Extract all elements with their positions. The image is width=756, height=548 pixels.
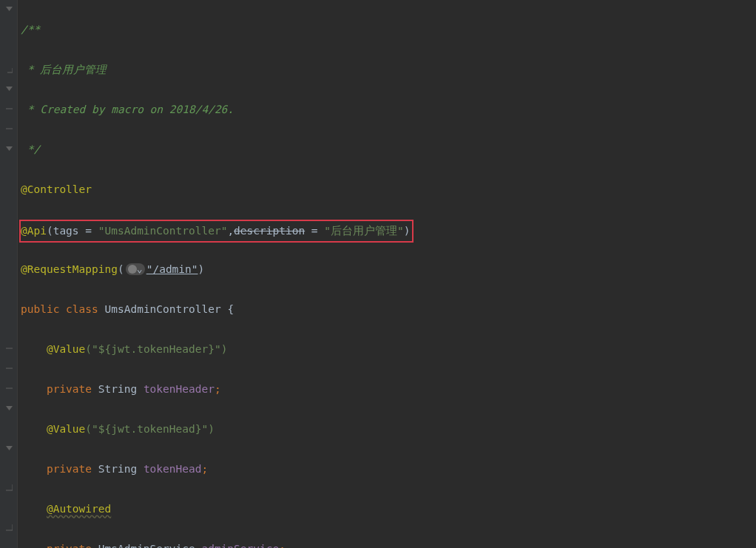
code-line: public class UmsAdminController { bbox=[21, 300, 756, 319]
fold-icon[interactable] bbox=[6, 105, 13, 112]
code-line: @Autowired bbox=[21, 499, 756, 519]
highlight-box: @Api(tags = "UmsAdminController",descrip… bbox=[19, 220, 414, 243]
code-line: private String tokenHeader; bbox=[21, 379, 756, 399]
doc-comment: * 后台用户管理 bbox=[21, 60, 756, 80]
fold-icon[interactable] bbox=[6, 365, 13, 371]
fold-icon[interactable] bbox=[6, 145, 13, 152]
doc-comment: /** bbox=[21, 20, 756, 40]
editor-gutter bbox=[0, 0, 18, 548]
url-globe-icon[interactable] bbox=[126, 263, 145, 275]
code-line-highlighted: @Api(tags = "UmsAdminController",descrip… bbox=[21, 220, 756, 240]
code-line: @Value("${jwt.tokenHeader}") bbox=[21, 339, 756, 359]
fold-icon[interactable] bbox=[6, 345, 13, 351]
fold-icon[interactable] bbox=[6, 524, 13, 531]
code-line: private UmsAdminService adminService; bbox=[21, 539, 756, 548]
fold-icon[interactable] bbox=[6, 405, 13, 411]
fold-icon[interactable] bbox=[6, 444, 13, 451]
code-editor[interactable]: /** * 后台用户管理 * Created by macro on 2018/… bbox=[18, 0, 756, 548]
code-line: private String tokenHead; bbox=[21, 459, 756, 479]
fold-icon[interactable] bbox=[6, 484, 13, 491]
fold-icon[interactable] bbox=[6, 385, 13, 391]
fold-icon[interactable] bbox=[6, 5, 13, 12]
code-line: @Value("${jwt.tokenHead}") bbox=[21, 419, 756, 439]
code-line: @Controller bbox=[21, 180, 756, 200]
fold-icon[interactable] bbox=[6, 67, 13, 73]
fold-icon[interactable] bbox=[6, 85, 13, 92]
doc-comment: */ bbox=[21, 140, 756, 160]
code-line: @RequestMapping("/admin") bbox=[21, 260, 756, 280]
fold-icon[interactable] bbox=[6, 125, 13, 132]
doc-comment: * Created by macro on 2018/4/26. bbox=[21, 100, 756, 120]
